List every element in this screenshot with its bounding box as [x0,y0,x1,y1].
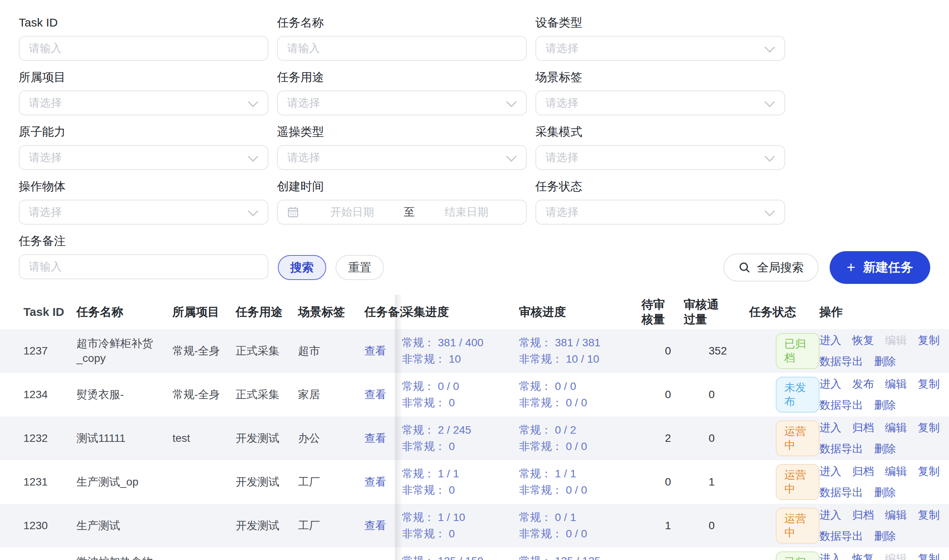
cell-task-name: 熨烫衣服- [76,387,172,402]
select-field[interactable]: 请选择 [19,145,268,170]
action-link-归档[interactable]: 归档 [852,420,874,435]
search-button[interactable]: 搜索 [278,255,326,280]
action-link-进入[interactable]: 进入 [819,551,841,560]
view-remark-link[interactable]: 查看 [364,476,386,488]
view-remark-link[interactable]: 查看 [364,345,386,357]
cell-scene: 超市 [298,344,361,358]
progress-label: 常规： [402,511,435,523]
action-link-数据导出[interactable]: 数据导出 [819,529,863,544]
progress-line: 非常规：10 [402,352,510,367]
view-remark-link[interactable]: 查看 [364,432,386,444]
filter-field: 采集模式请选择 [535,123,785,170]
progress-label: 非常规： [402,397,446,409]
action-link-数据导出[interactable]: 数据导出 [819,398,863,413]
text-input-field[interactable]: 请输入 [19,254,268,279]
view-remark-link[interactable]: 查看 [364,519,386,532]
cell-remark: 查看 [361,344,402,358]
action-link-复制[interactable]: 复制 [918,551,940,560]
create-task-button[interactable]: + 新建任务 [830,251,930,284]
text-input-field[interactable]: 请输入 [277,36,527,61]
cell-review-progress: 常规：1 / 1非常规：0 / 0 [519,465,642,499]
status-badge: 已归档 [776,333,819,369]
col-status: 任务状态 [749,305,819,319]
action-link-删除[interactable]: 删除 [874,441,896,456]
action-link-复制[interactable]: 复制 [918,464,940,479]
action-link-编辑[interactable]: 编辑 [885,508,907,523]
content: Task ID请输入任务名称请输入设备类型请选择所属项目请选择任务用途请选择场景… [0,0,949,560]
action-link-归档[interactable]: 归档 [852,508,874,523]
progress-label: 常规： [519,337,552,349]
action-links: 进入恢复编辑复制数据导出删除 [819,333,943,369]
action-link-复制[interactable]: 复制 [918,377,940,392]
action-line: 进入归档编辑复制 [819,508,943,523]
chevron-down-icon [506,151,517,162]
date-range-picker[interactable]: 开始日期至结束日期 [277,200,527,225]
cell-remark: 查看 [361,387,402,402]
action-link-恢复[interactable]: 恢复 [852,333,874,348]
progress-value: 0 / 0 [438,380,459,392]
action-link-删除[interactable]: 删除 [874,529,896,544]
col-purpose: 任务用途 [236,305,298,319]
col-project: 所属项目 [172,305,236,319]
select-field[interactable]: 请选择 [535,36,785,61]
progress-label: 非常规： [519,397,563,409]
select-field[interactable]: 请选择 [19,200,268,225]
action-link-编辑: 编辑 [885,551,907,560]
action-link-进入[interactable]: 进入 [819,377,841,392]
progress-line: 非常规：0 / 0 [519,526,632,541]
cell-pending-count: 0 [642,387,684,402]
action-link-删除[interactable]: 删除 [874,398,896,413]
cell-review-progress: 常规：0 / 0非常规：0 / 0 [519,377,642,412]
chevron-down-icon [248,151,258,162]
action-link-复制[interactable]: 复制 [918,508,940,523]
action-link-删除[interactable]: 删除 [874,485,896,500]
cell-collect-progress: 常规：2 / 245非常规：0 [402,421,519,455]
progress-line: 非常规：0 [402,526,510,541]
progress-value: 0 / 1 [555,511,576,523]
action-link-进入[interactable]: 进入 [819,420,841,435]
select-field[interactable]: 请选择 [19,90,268,115]
text-input-field[interactable]: 请输入 [19,36,268,61]
select-field[interactable]: 请选择 [277,145,527,170]
global-search-button[interactable]: 全局搜索 [723,253,819,282]
cell-scene: 办公 [298,431,361,446]
select-field[interactable]: 请选择 [535,90,785,115]
col-pending-count: 待审核量 [642,297,684,327]
action-link-数据导出[interactable]: 数据导出 [819,441,863,456]
progress-value: 1 / 1 [555,468,576,480]
action-link-复制[interactable]: 复制 [918,333,940,348]
action-link-归档[interactable]: 归档 [852,464,874,479]
action-link-进入[interactable]: 进入 [819,464,841,479]
action-link-编辑[interactable]: 编辑 [885,420,907,435]
action-link-复制[interactable]: 复制 [918,420,940,435]
select-field[interactable]: 请选择 [535,145,785,170]
reset-button[interactable]: 重置 [336,255,384,280]
cell-project: 常规-全身 [172,387,236,402]
progress-value: 0 [449,440,455,452]
chevron-down-icon [764,97,775,107]
progress-label: 常规： [402,468,435,480]
action-link-编辑[interactable]: 编辑 [885,377,907,392]
action-link-进入[interactable]: 进入 [819,508,841,523]
action-line: 数据导出删除 [819,441,943,456]
cell-remark: 查看 [361,518,402,533]
select-field[interactable]: 请选择 [277,90,527,115]
action-link-数据导出[interactable]: 数据导出 [819,485,863,500]
filter-field: 场景标签请选择 [535,69,785,115]
placeholder-text: 请选择 [29,205,62,220]
action-link-编辑: 编辑 [885,333,907,348]
table-row: 1231生产测试_op开发测试工厂查看常规：1 / 1非常规：0常规：1 / 1… [0,460,949,504]
filter-field-label: 操作物体 [19,178,268,195]
action-link-编辑[interactable]: 编辑 [885,464,907,479]
view-remark-link[interactable]: 查看 [364,388,386,401]
action-link-恢复[interactable]: 恢复 [852,551,874,560]
select-field[interactable]: 请选择 [535,200,785,225]
action-link-发布[interactable]: 发布 [852,377,874,392]
action-link-删除[interactable]: 删除 [874,354,896,369]
action-link-数据导出[interactable]: 数据导出 [819,354,863,369]
progress-label: 常规： [402,337,435,349]
action-links: 进入归档编辑复制数据导出删除 [819,420,943,456]
progress-value: 0 / 0 [566,440,587,452]
action-link-进入[interactable]: 进入 [819,333,841,348]
progress-line: 常规：1 / 1 [519,466,632,481]
